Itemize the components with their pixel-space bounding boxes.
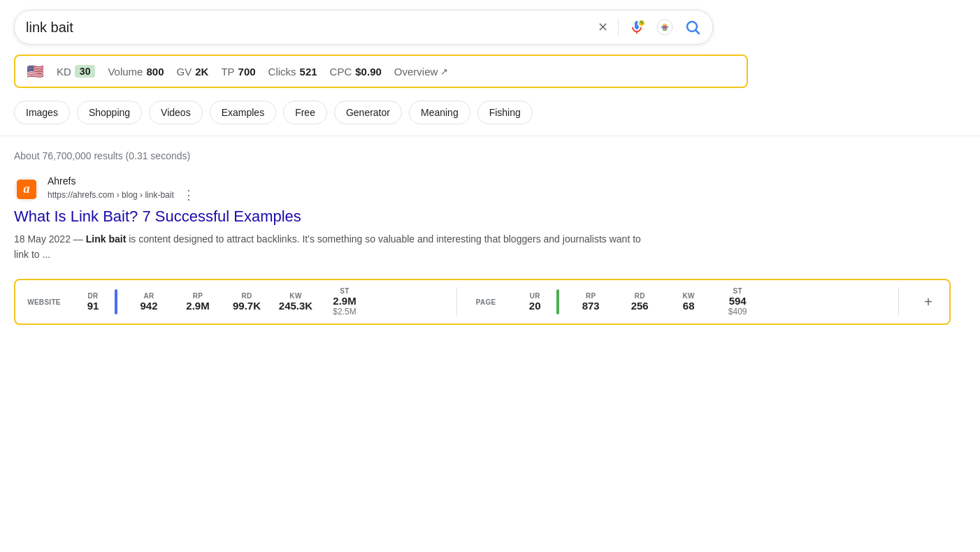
chip-shopping[interactable]: Shopping — [77, 101, 142, 124]
site-name: Ahrefs — [48, 175, 198, 187]
website-label-col: WEBSITE — [27, 298, 62, 306]
rp-label-website: RP — [193, 292, 203, 300]
overview-link[interactable]: Overview ↗ — [394, 66, 449, 78]
add-metric-button[interactable]: + — [918, 291, 938, 313]
site-info: Ahrefs https://ahrefs.com › blog › link-… — [48, 175, 198, 203]
favicon-wrapper: a — [14, 177, 39, 202]
clicks-metric: Clicks 521 — [268, 66, 317, 78]
ahrefs-metrics-bar: WEBSITE DR 91 AR 942 RP 2.9M RD 99.7K KW… — [14, 279, 951, 325]
chip-videos[interactable]: Videos — [149, 101, 203, 124]
st-label-page: ST — [733, 287, 742, 295]
rd-value-website: 99.7K — [233, 300, 261, 312]
snippet-date: 18 May 2022 — [14, 233, 71, 245]
dr-value: 91 — [87, 300, 99, 312]
search-icon[interactable] — [684, 19, 701, 36]
st-value-website: 2.9M — [333, 295, 356, 307]
result-snippet: 18 May 2022 — Link bait is content desig… — [14, 231, 643, 263]
clear-icon[interactable]: ✕ — [598, 20, 608, 35]
external-link-icon: ↗ — [440, 66, 448, 77]
website-metrics-section: WEBSITE DR 91 AR 942 RP 2.9M RD 99.7K KW… — [27, 287, 445, 317]
page-section-label: PAGE — [476, 298, 496, 306]
chip-generator[interactable]: Generator — [334, 101, 402, 124]
st-metric-page: ST 594 $409 — [720, 287, 755, 317]
svg-point-3 — [663, 25, 667, 29]
ur-value: 20 — [529, 300, 541, 312]
ur-bar-wrap: UR 20 — [517, 289, 559, 314]
snippet-dash: — — [73, 233, 86, 245]
favicon-letter: a — [17, 180, 36, 199]
kw-label-page: KW — [683, 292, 695, 300]
st-value-page: 594 — [729, 295, 747, 307]
chip-examples[interactable]: Examples — [210, 101, 276, 124]
divider-line — [0, 136, 980, 136]
country-flag: 🇺🇸 — [27, 63, 44, 80]
ur-label: UR — [530, 292, 540, 300]
results-info: About 76,700,000 results (0.31 seconds) — [0, 140, 980, 168]
page-metrics-section: PAGE UR 20 RP 873 RD 256 KW 68 ST 594 $4… — [468, 287, 887, 317]
kw-label-website: KW — [289, 292, 301, 300]
rd-metric-page: RD 256 — [622, 292, 657, 312]
kw-metric-page: KW 68 — [671, 292, 706, 312]
ar-metric: AR 942 — [131, 292, 166, 312]
chip-images[interactable]: Images — [14, 101, 70, 124]
rp-metric-page: RP 873 — [573, 292, 608, 312]
kw-metric-website: KW 245.3K — [278, 292, 313, 312]
st-label-website: ST — [340, 287, 349, 295]
rp-metric-website: RP 2.9M — [180, 292, 215, 312]
snippet-bold: Link bait — [86, 233, 127, 245]
dr-bar — [115, 289, 117, 314]
rd-metric-website: RD 99.7K — [229, 292, 264, 312]
st-metric-website: ST 2.9M $2.5M — [327, 287, 362, 317]
search-input[interactable]: link bait — [26, 20, 591, 36]
gv-metric: GV 2K — [177, 66, 209, 78]
result-title[interactable]: What Is Link Bait? 7 Successful Examples — [14, 207, 966, 227]
metrics-section-divider — [456, 287, 457, 317]
site-url: https://ahrefs.com › blog › link-bait — [48, 190, 174, 200]
filter-chips: Images Shopping Videos Examples Free Gen… — [0, 95, 980, 131]
dr-metric: DR 91 — [75, 292, 110, 312]
rp-value-website: 2.9M — [186, 300, 209, 312]
more-options-icon[interactable]: ⋮ — [180, 187, 198, 203]
svg-line-5 — [696, 31, 700, 34]
st-sub-website: $2.5M — [333, 307, 356, 317]
search-result: a Ahrefs https://ahrefs.com › blog › lin… — [0, 168, 980, 275]
kw-value-page: 68 — [683, 300, 695, 312]
ar-label: AR — [143, 292, 154, 300]
cpc-metric: CPC $0.90 — [330, 66, 382, 78]
rd-label-page: RD — [635, 292, 645, 300]
dr-label: DR — [87, 292, 98, 300]
kw-value-website: 245.3K — [279, 300, 312, 312]
divider — [618, 19, 619, 36]
rd-label-website: RD — [241, 292, 252, 300]
page-label-col: PAGE — [468, 298, 503, 306]
mic-icon[interactable] — [628, 19, 645, 36]
rd-value-page: 256 — [631, 300, 649, 312]
lens-icon[interactable] — [655, 17, 675, 37]
volume-metric: Volume 800 — [108, 66, 164, 78]
metrics-end-divider — [898, 287, 899, 317]
seo-toolbar: 🇺🇸 KD 30 Volume 800 GV 2K TP 700 Clicks … — [14, 55, 748, 88]
search-icons: ✕ — [598, 17, 701, 37]
rp-label-page: RP — [586, 292, 596, 300]
chip-meaning[interactable]: Meaning — [409, 101, 470, 124]
dr-bar-wrap: DR 91 — [75, 289, 117, 314]
search-bar[interactable]: link bait ✕ — [14, 10, 713, 45]
ar-value: 942 — [140, 300, 157, 312]
search-bar-wrapper: link bait ✕ — [0, 0, 980, 52]
kd-metric: KD 30 — [57, 65, 95, 78]
rp-value-page: 873 — [582, 300, 600, 312]
chip-fishing[interactable]: Fishing — [477, 101, 533, 124]
add-column: + — [910, 287, 938, 317]
chip-free[interactable]: Free — [283, 101, 327, 124]
ur-bar — [556, 289, 559, 314]
site-header: a Ahrefs https://ahrefs.com › blog › lin… — [14, 175, 966, 203]
ur-metric: UR 20 — [517, 292, 552, 312]
st-sub-page: $409 — [728, 307, 747, 317]
website-section-label: WEBSITE — [27, 298, 61, 306]
site-url-row: https://ahrefs.com › blog › link-bait ⋮ — [48, 187, 198, 203]
tp-metric: TP 700 — [221, 66, 255, 78]
